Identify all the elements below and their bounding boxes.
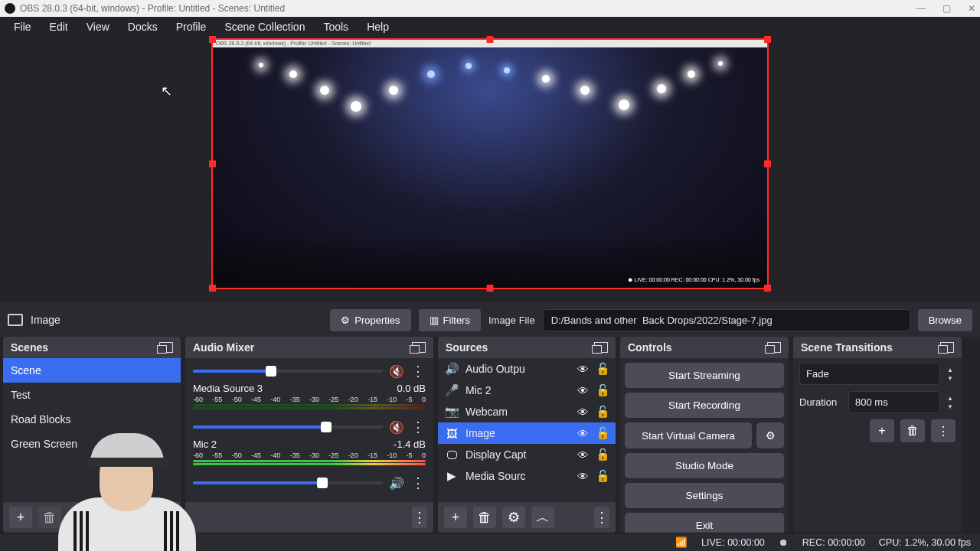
source-item[interactable]: 📷Webcam👁🔓 [438, 401, 616, 422]
play-icon: ▶ [444, 469, 459, 483]
menu-profile[interactable]: Profile [167, 18, 216, 36]
filters-button[interactable]: ▥ Filters [419, 309, 481, 331]
exit-button[interactable]: Exit [625, 513, 784, 533]
mixer-options-button[interactable]: ⋮ [412, 507, 427, 528]
source-item[interactable]: 🖵Display Capt👁🔓 [438, 444, 616, 465]
mute-icon[interactable]: 🔇 [386, 420, 407, 435]
channel-options-button[interactable]: ⋮ [410, 363, 426, 380]
source-options-button[interactable]: ⋮ [594, 507, 609, 528]
maximize-button[interactable]: ▢ [942, 3, 951, 14]
display-icon: 🖵 [444, 448, 459, 461]
popout-icon[interactable] [767, 342, 781, 353]
image-icon [8, 314, 23, 326]
duration-stepper[interactable]: ▲▼ [945, 395, 956, 410]
audio-mixer-panel: Audio Mixer 🔇 ⋮ Media Source 3 0.0 dB [185, 337, 433, 533]
studio-mode-button[interactable]: Studio Mode [625, 453, 784, 478]
visibility-toggle-icon[interactable]: 👁 [576, 363, 590, 376]
transition-select[interactable]: Fade [799, 363, 940, 385]
duration-input[interactable]: 800 ms [848, 391, 940, 413]
start-virtual-camera-button[interactable]: Start Virtual Camera [625, 422, 752, 448]
resize-handle[interactable] [764, 36, 771, 43]
menu-tools[interactable]: Tools [314, 18, 358, 36]
channel-db: -1.4 dB [394, 439, 426, 450]
start-streaming-button[interactable]: Start Streaming [625, 363, 784, 388]
lock-toggle-icon[interactable]: 🔓 [596, 448, 609, 461]
source-item[interactable]: ▶Media Sourc👁🔓 [438, 465, 616, 487]
status-live: LIVE: 00:00:00 [701, 537, 765, 548]
menubar: File Edit View Docks Profile Scene Colle… [0, 17, 980, 37]
browse-button[interactable]: Browse [918, 309, 972, 331]
remove-source-button[interactable]: 🗑 [473, 507, 496, 528]
add-source-button[interactable]: + [444, 507, 467, 528]
scene-item[interactable]: Test [3, 383, 181, 407]
resize-handle[interactable] [764, 285, 771, 292]
lock-toggle-icon[interactable]: 🔓 [596, 362, 609, 376]
menu-file[interactable]: File [5, 18, 41, 36]
start-recording-button[interactable]: Start Recording [625, 393, 784, 418]
minimize-button[interactable]: — [916, 3, 926, 14]
popout-icon[interactable] [594, 342, 608, 353]
image-file-path-input[interactable] [543, 309, 910, 331]
mixer-title: Audio Mixer [193, 341, 254, 354]
menu-edit[interactable]: Edit [41, 18, 77, 36]
source-properties-button[interactable]: ⚙ [502, 507, 525, 528]
resize-handle[interactable] [209, 161, 216, 168]
lock-toggle-icon[interactable]: 🔓 [596, 383, 609, 397]
status-rec: REC: 00:00:00 [802, 537, 865, 548]
move-up-button[interactable]: ︿ [531, 507, 554, 528]
scene-transitions-panel: Scene Transitions Fade ▲▼ Duration 800 m… [793, 337, 962, 533]
remove-transition-button[interactable]: 🗑 [900, 419, 925, 442]
lock-toggle-icon[interactable]: 🔓 [596, 469, 609, 483]
source-item[interactable]: 🔊Audio Outpu👁🔓 [438, 358, 616, 380]
transition-options-button[interactable]: ⋮ [931, 419, 956, 442]
source-name: Media Sourc [466, 470, 570, 482]
preview-overlay-status: ⏺ LIVE: 00:00:00 REC: 00:00:00 CPU: 1.2%… [626, 276, 761, 283]
resize-handle[interactable] [487, 36, 494, 43]
add-scene-button[interactable]: + [9, 507, 32, 528]
virtual-camera-settings-button[interactable]: ⚙ [756, 422, 784, 448]
channel-options-button[interactable]: ⋮ [410, 474, 426, 491]
visibility-toggle-icon[interactable]: 👁 [576, 406, 590, 419]
mic-icon: 🎤 [444, 383, 459, 397]
popout-icon[interactable] [412, 342, 426, 353]
mixer-channel: 🔊 ⋮ [185, 470, 433, 496]
visibility-toggle-icon[interactable]: 👁 [576, 448, 590, 461]
visibility-toggle-icon[interactable]: 👁 [576, 470, 590, 483]
titlebar: OBS 28.0.3 (64-bit, windows) - Profile: … [0, 0, 980, 17]
resize-handle[interactable] [209, 285, 216, 292]
lock-toggle-icon[interactable]: 🔓 [596, 426, 609, 440]
visibility-toggle-icon[interactable]: 👁 [576, 384, 590, 397]
resize-handle[interactable] [764, 161, 771, 168]
add-transition-button[interactable]: + [870, 419, 894, 442]
source-item[interactable]: 🖼Image👁🔓 [438, 422, 616, 444]
preview-source-bounding-box[interactable]: OBS 28.0.3 (64-bit, windows) - Profile: … [211, 38, 769, 289]
image-icon: 🖼 [444, 427, 459, 440]
popout-icon[interactable] [940, 342, 954, 353]
popout-icon[interactable] [159, 342, 173, 353]
scene-item[interactable]: Scene [3, 358, 181, 383]
cursor-icon: ↖ [161, 83, 172, 99]
selected-source-name: Image [31, 314, 60, 326]
settings-button[interactable]: Settings [625, 483, 784, 508]
channel-options-button[interactable]: ⋮ [410, 419, 426, 435]
resize-handle[interactable] [487, 285, 494, 292]
gear-icon: ⚙ [341, 315, 350, 326]
menu-view[interactable]: View [77, 18, 119, 36]
source-item[interactable]: 🎤Mic 2👁🔓 [438, 380, 616, 401]
preview-area[interactable]: ↖ OBS 28.0.3 (64-bit, windows) - Profile… [0, 37, 980, 303]
lock-toggle-icon[interactable]: 🔓 [596, 405, 609, 419]
transition-select-stepper[interactable]: ▲▼ [945, 367, 956, 382]
resize-handle[interactable] [209, 36, 216, 43]
duration-label: Duration [799, 396, 844, 408]
menu-docks[interactable]: Docks [119, 18, 167, 36]
visibility-toggle-icon[interactable]: 👁 [576, 427, 590, 440]
close-button[interactable]: ✕ [968, 3, 975, 14]
speaker-icon[interactable]: 🔊 [386, 476, 407, 491]
menu-scene-collection[interactable]: Scene Collection [215, 18, 314, 36]
mute-icon[interactable]: 🔇 [386, 364, 407, 379]
volume-slider[interactable] [193, 370, 383, 373]
channel-db: 0.0 dB [397, 383, 426, 394]
menu-help[interactable]: Help [358, 18, 398, 36]
transitions-title: Scene Transitions [801, 341, 893, 354]
properties-button[interactable]: ⚙ Properties [330, 309, 410, 331]
